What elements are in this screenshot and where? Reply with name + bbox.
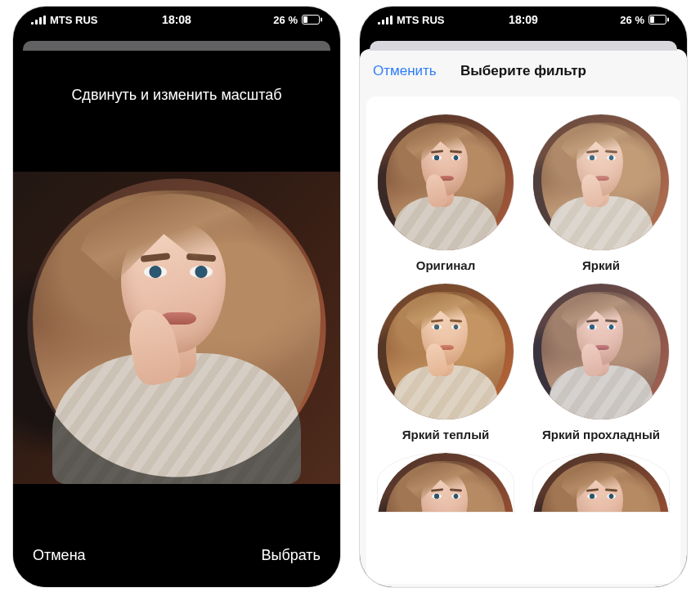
filter-thumb [533,114,669,250]
choose-button[interactable]: Выбрать [261,547,321,564]
filter-thumb [378,114,514,250]
phone-crop-screen: MTS RUS 18:08 26 % Сдвинуть и изменить м… [13,7,340,587]
filter-label: Яркий теплый [402,428,489,441]
cancel-button[interactable]: Отменить [373,63,437,79]
filter-thumb [378,453,514,512]
filter-scroll[interactable]: Оригинал Яр [366,96,680,584]
filter-item-partial[interactable] [376,453,515,512]
clock: 18:08 [13,13,340,26]
phone-filter-screen: MTS RUS 18:09 26 % Отменить Выберите фил… [360,7,687,587]
filter-sheet: Отменить Выберите фильтр [360,49,687,587]
status-bar: MTS RUS 18:08 26 % [13,7,340,33]
filter-thumb [533,453,669,512]
filter-item-partial[interactable] [532,453,671,512]
filter-thumb [378,284,514,419]
clock: 18:09 [360,13,687,26]
status-bar: MTS RUS 18:09 26 % [360,7,687,33]
crop-canvas[interactable] [13,172,340,484]
filter-label: Яркий [582,258,620,272]
filter-label: Яркий прохладный [542,428,660,441]
filter-label: Оригинал [416,258,475,272]
sheet-handle [370,41,677,51]
crop-title: Сдвинуть и изменить масштаб [13,49,340,127]
filter-item-bright[interactable]: Яркий [532,114,671,272]
sheet-title: Выберите фильтр [460,63,586,79]
cancel-button[interactable]: Отмена [33,547,86,564]
filter-thumb [533,284,669,419]
sheet-handle [23,41,330,51]
filter-item-original[interactable]: Оригинал [376,114,515,272]
filter-item-bright-cool[interactable]: Яркий прохладный [532,284,671,441]
photo-portrait [13,172,340,484]
crop-sheet: Сдвинуть и изменить масштаб Отмена [13,49,340,587]
filter-item-bright-warm[interactable]: Яркий теплый [376,284,515,441]
